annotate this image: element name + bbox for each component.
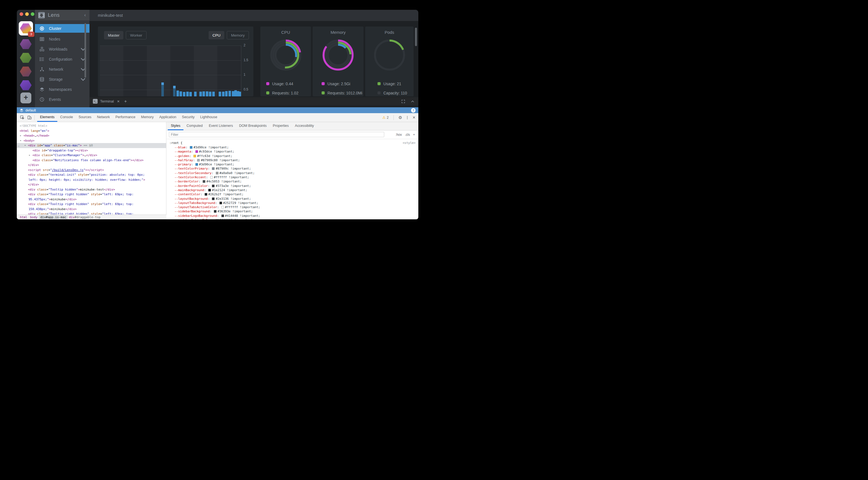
- css-variable[interactable]: --magenta: #c93dce !important;: [169, 149, 415, 154]
- css-variable[interactable]: --textColorAccent: #ffffff !important;: [169, 175, 415, 179]
- tab-properties[interactable]: Properties: [270, 122, 292, 130]
- fullscreen-icon[interactable]: [401, 99, 405, 103]
- style-source-link[interactable]: <style>: [403, 141, 415, 145]
- color-swatch[interactable]: [197, 159, 200, 162]
- memory-toggle[interactable]: Memory: [227, 31, 249, 39]
- cluster-item-3[interactable]: [20, 53, 32, 63]
- styles-filter-input[interactable]: [169, 132, 384, 137]
- sidebar-item-network[interactable]: Network: [35, 64, 90, 74]
- elements-panel[interactable]: <!DOCTYPE html><html lang="en">▸<head>…<…: [17, 122, 166, 214]
- dom-tree-node[interactable]: <div class="terminal-init" style="positi…: [17, 172, 166, 177]
- color-swatch[interactable]: [214, 210, 216, 213]
- tab-lighthouse[interactable]: Lighthouse: [197, 113, 220, 122]
- expand-arrow-icon[interactable]: ▸: [20, 133, 21, 138]
- dashboard-scrollbar[interactable]: [415, 28, 417, 46]
- css-variable[interactable]: --layoutTabsBackground: #252729 !importa…: [169, 201, 415, 205]
- cluster-item-active[interactable]: 3: [19, 21, 33, 35]
- pseudo-state-toggle[interactable]: :hov: [395, 133, 402, 137]
- dom-tree-node[interactable]: 150.438px;">minikube</div>: [17, 207, 166, 212]
- cluster-item-5[interactable]: [20, 80, 32, 91]
- color-swatch[interactable]: [212, 185, 215, 187]
- dom-tree-node[interactable]: <div class="Tooltip right hidden" style=…: [17, 202, 166, 207]
- collapse-arrow-icon[interactable]: ▾: [20, 138, 21, 143]
- css-variable[interactable]: --sidebarActiveColor: #ffffff !important…: [169, 218, 415, 219]
- css-variable[interactable]: --sidebarBackground: #36393e !important;: [169, 209, 415, 213]
- new-terminal-icon[interactable]: +: [124, 99, 127, 104]
- dom-tree-node[interactable]: </div>: [17, 182, 166, 187]
- sidebar-item-configuration[interactable]: Configuration: [35, 54, 90, 64]
- tab-elements[interactable]: Elements: [37, 113, 57, 122]
- tab-memory[interactable]: Memory: [138, 113, 156, 122]
- tab-accessibility[interactable]: Accessibility: [292, 122, 317, 130]
- expand-arrow-icon[interactable]: ▸: [29, 153, 30, 158]
- devtools-close-icon[interactable]: ✕: [412, 115, 415, 119]
- add-cluster-button[interactable]: +: [21, 93, 31, 103]
- css-variable[interactable]: --borderColor: #4c5053 !important;: [169, 179, 415, 183]
- tab-security[interactable]: Security: [179, 113, 197, 122]
- dom-tree-node[interactable]: <script src="/build/LensDev.js"></script…: [17, 168, 166, 173]
- color-swatch[interactable]: [195, 163, 198, 166]
- color-swatch[interactable]: [216, 219, 218, 219]
- cluster-item-2[interactable]: [20, 39, 32, 49]
- inspect-element-icon[interactable]: [19, 114, 26, 121]
- dom-tree-node[interactable]: <div class="Tooltip right hidden" style=…: [17, 192, 166, 197]
- dom-tree-node[interactable]: ▸<head>…</head>: [17, 133, 166, 138]
- color-swatch[interactable]: [216, 172, 218, 174]
- collapse-dock-icon[interactable]: [411, 100, 414, 103]
- sidebar-item-namespaces[interactable]: Namespaces: [35, 84, 90, 95]
- color-swatch[interactable]: [205, 193, 207, 196]
- color-swatch[interactable]: [221, 214, 224, 217]
- master-tab[interactable]: Master: [104, 31, 123, 39]
- css-variable[interactable]: --primary: #3d90ce !important;: [169, 162, 415, 167]
- dom-tree-node[interactable]: <!DOCTYPE html>: [17, 124, 166, 129]
- css-variable[interactable]: --textColorSecondary: #a0a0a0 !important…: [169, 171, 415, 175]
- sidebar-item-storage[interactable]: Storage: [35, 74, 90, 84]
- tab-event-listeners[interactable]: Event Listeners: [206, 122, 236, 130]
- console-warnings-badge[interactable]: ⚠ 2: [382, 115, 389, 119]
- dom-tree-node[interactable]: <div id="draggable-top"></div>: [17, 148, 166, 153]
- color-swatch[interactable]: [219, 202, 222, 204]
- color-swatch[interactable]: [221, 206, 224, 208]
- sidebar-item-cluster[interactable]: Cluster: [35, 24, 90, 33]
- settings-gear-icon[interactable]: ⚙: [399, 115, 402, 120]
- dom-tree-node[interactable]: <div class="Tooltip hidden">minikube-tes…: [17, 187, 166, 192]
- dom-tree-node[interactable]: …▾<div id="app" class="is-mac"> == $0: [17, 143, 166, 148]
- close-button[interactable]: [20, 12, 23, 16]
- minimize-button[interactable]: [25, 12, 29, 16]
- css-variable[interactable]: --textColorPrimary: #87909c !important;: [169, 167, 415, 171]
- sidebar-item-events[interactable]: Events: [35, 95, 90, 104]
- breadcrumb-item[interactable]: html: [19, 215, 29, 219]
- dom-tree-node[interactable]: left: 0px; height: 0px; visibility: hidd…: [17, 177, 166, 182]
- breadcrumb-item[interactable]: div#app.is-mac: [39, 215, 68, 219]
- device-toolbar-icon[interactable]: [26, 114, 33, 121]
- more-options-icon[interactable]: ⋮: [405, 115, 409, 119]
- css-variable[interactable]: --borderFaintColor: #373a3e !important;: [169, 184, 415, 188]
- css-variable[interactable]: --layoutBackground: #2e3136 !important;: [169, 197, 415, 201]
- dom-tree-node[interactable]: <div class="Tooltip right hidden" style=…: [17, 211, 166, 214]
- dom-tree-node[interactable]: <div class="Notifications flex column al…: [17, 158, 166, 163]
- dom-tree-node[interactable]: 95.4375px;">minikube</div>: [17, 197, 166, 202]
- terminal-close-icon[interactable]: ✕: [117, 99, 120, 103]
- tab-performance[interactable]: Performance: [113, 113, 138, 122]
- namespace-status-bar[interactable]: default ?: [17, 107, 418, 113]
- color-swatch[interactable]: [193, 155, 196, 157]
- breadcrumb-item[interactable]: body: [29, 215, 39, 219]
- css-variable[interactable]: --mainBackground: #1e2124 !important;: [169, 188, 415, 192]
- color-swatch[interactable]: [208, 189, 211, 192]
- sidebar-item-workloads[interactable]: Workloads: [35, 44, 90, 54]
- zoom-button[interactable]: [31, 12, 34, 16]
- css-variable[interactable]: --halfGray: #87909c80 !important;: [169, 158, 415, 162]
- sidebar-collapse-icon[interactable]: ‹: [84, 12, 86, 18]
- css-variable[interactable]: --contentColor: #262b2f !important;: [169, 192, 415, 197]
- tab-dom-breakpoints[interactable]: DOM Breakpoints: [236, 122, 270, 130]
- color-swatch[interactable]: [212, 167, 215, 170]
- sidebar-item-nodes[interactable]: Nodes: [35, 34, 90, 44]
- css-variable[interactable]: --blue: #3d90ce !important;: [169, 145, 415, 149]
- worker-tab[interactable]: Worker: [126, 31, 146, 39]
- color-swatch[interactable]: [190, 146, 192, 149]
- tab-styles[interactable]: Styles: [168, 122, 183, 130]
- tab-sources[interactable]: Sources: [76, 113, 94, 122]
- color-swatch[interactable]: [203, 180, 205, 183]
- color-swatch[interactable]: [210, 176, 213, 178]
- dom-tree-node[interactable]: </div>: [17, 163, 166, 168]
